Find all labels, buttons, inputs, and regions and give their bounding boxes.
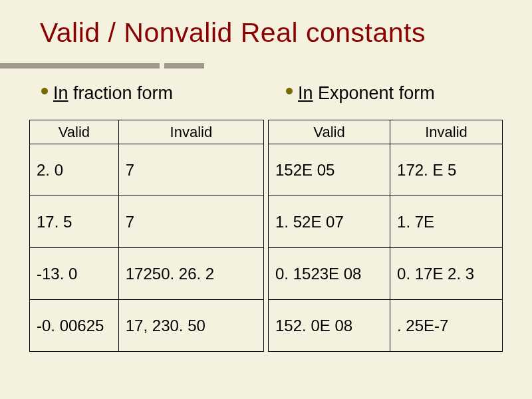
exponent-header-valid: Valid [269,120,390,144]
fraction-valid-cell: 17. 5 [30,196,119,248]
fraction-invalid-cell: 17, 230. 50 [118,300,263,352]
table-row: 1. 52E 07 1. 7E [269,196,503,248]
page-title: Valid / Nonvalid Real constants [40,17,512,49]
exponent-valid-cell: 0. 1523E 08 [269,248,390,300]
table-row: 2. 0 7 [30,144,264,196]
fraction-header-valid: Valid [30,120,119,144]
fraction-table: Valid Invalid 2. 0 7 17. 5 7 -13. 0 1725… [29,120,264,352]
table-header-row: Valid Invalid [30,120,264,144]
bullet-dot-icon [286,88,293,94]
fraction-header-invalid: Invalid [118,120,263,144]
bullet-fraction-form: In fraction form [41,83,173,104]
table-row: 152E 05 172. E 5 [269,144,503,196]
fraction-invalid-cell: 7 [118,144,263,196]
table-row: -13. 0 17250. 26. 2 [30,248,264,300]
exponent-valid-cell: 152. 0E 08 [269,300,390,352]
bullet-fraction-underlined: In [53,83,68,103]
exponent-invalid-cell: 1. 7E [390,196,503,248]
table-header-row: Valid Invalid [269,120,503,144]
tables-container: Valid Invalid 2. 0 7 17. 5 7 -13. 0 1725… [29,120,503,352]
fraction-valid-cell: 2. 0 [30,144,119,196]
exponent-valid-cell: 1. 52E 07 [269,196,390,248]
exponent-valid-cell: 152E 05 [269,144,390,196]
slide: Valid / Nonvalid Real constants In fract… [0,0,532,399]
exponent-header-invalid: Invalid [390,120,503,144]
bullet-fraction-rest: fraction form [68,83,174,103]
table-row: -0. 00625 17, 230. 50 [30,300,264,352]
bullet-exponent-text: In Exponent form [298,83,435,104]
exponent-table: Valid Invalid 152E 05 172. E 5 1. 52E 07… [268,120,503,352]
bullet-exponent-rest: Exponent form [313,83,435,103]
exponent-invalid-cell: 172. E 5 [390,144,503,196]
table-row: 0. 1523E 08 0. 17E 2. 3 [269,248,503,300]
bullet-dot-icon [41,88,48,94]
table-row: 17. 5 7 [30,196,264,248]
accent-bar-right [164,63,204,68]
fraction-invalid-cell: 7 [118,196,263,248]
bullet-exponent-form: In Exponent form [286,83,435,104]
bullet-exponent-underlined: In [298,83,313,103]
table-row: 152. 0E 08 . 25E-7 [269,300,503,352]
exponent-invalid-cell: 0. 17E 2. 3 [390,248,503,300]
accent-bar-left [0,63,160,68]
fraction-valid-cell: -13. 0 [30,248,119,300]
fraction-valid-cell: -0. 00625 [30,300,119,352]
exponent-invalid-cell: . 25E-7 [390,300,503,352]
bullet-fraction-text: In fraction form [53,83,173,104]
fraction-invalid-cell: 17250. 26. 2 [118,248,263,300]
